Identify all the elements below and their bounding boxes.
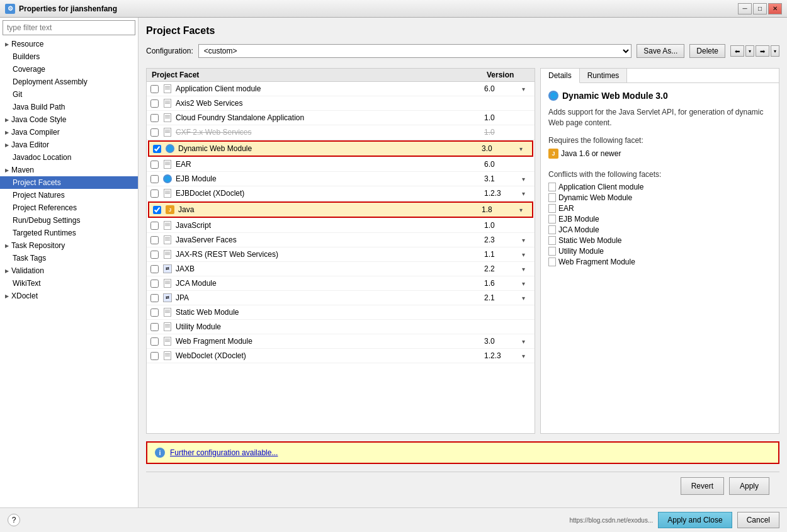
facet-row[interactable]: Static Web Module bbox=[147, 305, 535, 320]
facet-row[interactable]: 🌐EJB Module3.1▾ bbox=[147, 172, 535, 186]
facet-checkbox[interactable] bbox=[150, 85, 159, 93]
facet-checkbox[interactable] bbox=[150, 114, 159, 122]
further-config-link[interactable]: Further configuration available... bbox=[170, 448, 278, 457]
tab-details[interactable]: Details bbox=[541, 69, 580, 83]
sidebar-item-label: Java Compiler bbox=[11, 128, 60, 137]
sidebar-item[interactable]: Java Build Path bbox=[0, 101, 138, 113]
facet-version-dropdown[interactable]: ▾ bbox=[522, 280, 535, 287]
facet-checkbox[interactable] bbox=[150, 128, 159, 137]
facet-version-dropdown[interactable]: ▾ bbox=[522, 266, 535, 273]
facet-icon: ⇄ bbox=[162, 263, 173, 274]
facet-row[interactable]: JavaScript1.0 bbox=[147, 218, 535, 233]
apply-close-button[interactable]: Apply and Close bbox=[658, 512, 732, 528]
facet-checkbox[interactable] bbox=[150, 175, 159, 183]
facet-checkbox[interactable] bbox=[150, 251, 159, 259]
sidebar-item[interactable]: Builders bbox=[0, 50, 138, 63]
facet-row[interactable]: WebDoclet (XDoclet)1.2.3▾ bbox=[147, 349, 535, 363]
facet-checkbox[interactable] bbox=[150, 236, 159, 244]
sidebar-item[interactable]: Coverage bbox=[0, 63, 138, 76]
facet-version-dropdown[interactable]: ▾ bbox=[522, 251, 535, 258]
apply-button[interactable]: Apply bbox=[729, 477, 769, 495]
save-as-button[interactable]: Save As... bbox=[637, 44, 684, 58]
sidebar-item[interactable]: ▶XDoclet bbox=[0, 290, 138, 302]
close-button[interactable]: ✕ bbox=[768, 3, 782, 14]
facet-checkbox[interactable] bbox=[150, 190, 159, 198]
maximize-button[interactable]: □ bbox=[753, 3, 767, 14]
facet-row[interactable]: JCA Module1.6▾ bbox=[147, 276, 535, 291]
facet-row[interactable]: JJava1.8▾ bbox=[148, 201, 533, 218]
facet-checkbox[interactable] bbox=[150, 352, 159, 360]
delete-button[interactable]: Delete bbox=[689, 44, 725, 58]
expand-arrow-icon: ▶ bbox=[5, 243, 9, 249]
facet-row[interactable]: CXF 2.x Web Services1.0 bbox=[147, 125, 535, 140]
sidebar-item[interactable]: ▶Validation bbox=[0, 264, 138, 277]
sidebar-item[interactable]: ▶Resource bbox=[0, 38, 138, 50]
sidebar-item[interactable]: ▶Java Editor bbox=[0, 139, 138, 151]
facet-row[interactable]: EAR6.0 bbox=[147, 157, 535, 172]
facet-checkbox[interactable] bbox=[150, 337, 159, 346]
facet-checkbox[interactable] bbox=[150, 323, 159, 331]
sidebar-item[interactable]: Deployment Assembly bbox=[0, 76, 138, 88]
facet-version-dropdown[interactable]: ▾ bbox=[522, 176, 535, 183]
cancel-button[interactable]: Cancel bbox=[737, 512, 779, 528]
facet-row[interactable]: ⇄JAXB2.2▾ bbox=[147, 262, 535, 276]
sidebar-item[interactable]: ▶Java Compiler bbox=[0, 126, 138, 139]
facet-version-dropdown[interactable]: ▾ bbox=[522, 86, 535, 93]
facet-checkbox[interactable] bbox=[153, 145, 161, 153]
sidebar-item[interactable]: ▶Maven bbox=[0, 164, 138, 176]
facet-row[interactable]: Utility Module bbox=[147, 320, 535, 334]
facet-checkbox[interactable] bbox=[150, 99, 159, 108]
revert-button[interactable]: Revert bbox=[681, 477, 724, 495]
forward-button[interactable]: ➡ bbox=[756, 45, 769, 57]
sidebar-item[interactable]: Javadoc Location bbox=[0, 151, 138, 164]
facet-name: EAR bbox=[176, 160, 484, 169]
sidebar-item[interactable]: Project Natures bbox=[0, 189, 138, 201]
sidebar-item[interactable]: WikiText bbox=[0, 277, 138, 290]
facet-row[interactable]: Web Fragment Module3.0▾ bbox=[147, 334, 535, 349]
facet-version: 1.0 bbox=[484, 221, 522, 230]
facet-row[interactable]: 🌐Dynamic Web Module3.0▾ bbox=[148, 140, 533, 157]
sidebar-item[interactable]: Project Facets bbox=[0, 176, 138, 189]
sidebar-item-label: Javadoc Location bbox=[13, 153, 71, 162]
help-button[interactable]: ? bbox=[8, 514, 20, 526]
facet-checkbox[interactable] bbox=[150, 308, 159, 317]
facet-checkbox[interactable] bbox=[150, 294, 159, 302]
facet-icon bbox=[162, 98, 173, 109]
facet-row[interactable]: ⇄JPA2.1▾ bbox=[147, 291, 535, 305]
sidebar-item[interactable]: Run/Debug Settings bbox=[0, 214, 138, 227]
facet-checkbox[interactable] bbox=[150, 222, 159, 230]
facet-version-dropdown[interactable]: ▾ bbox=[522, 338, 535, 345]
facet-version-dropdown[interactable]: ▾ bbox=[522, 237, 535, 244]
sidebar-item-label: Project Natures bbox=[13, 191, 65, 200]
tab-runtimes[interactable]: Runtimes bbox=[580, 69, 628, 82]
facet-row[interactable]: Axis2 Web Services bbox=[147, 96, 535, 111]
facet-row[interactable]: Application Client module6.0▾ bbox=[147, 82, 535, 96]
facet-checkbox[interactable] bbox=[150, 280, 159, 288]
sidebar-item[interactable]: ▶Java Code Style bbox=[0, 113, 138, 126]
facet-version-dropdown[interactable]: ▾ bbox=[522, 353, 535, 359]
facet-version-dropdown[interactable]: ▾ bbox=[522, 190, 535, 197]
minimize-button[interactable]: ─ bbox=[738, 3, 752, 14]
facet-icon bbox=[162, 127, 173, 138]
forward-dropdown[interactable]: ▾ bbox=[771, 45, 779, 57]
facet-version-dropdown[interactable]: ▾ bbox=[522, 295, 535, 302]
facet-name: EJB Module bbox=[176, 174, 484, 183]
sidebar-item[interactable]: ▶Task Repository bbox=[0, 239, 138, 252]
sidebar-item[interactable]: Targeted Runtimes bbox=[0, 227, 138, 239]
facet-checkbox[interactable] bbox=[150, 161, 159, 169]
facet-row[interactable]: JavaServer Faces2.3▾ bbox=[147, 233, 535, 247]
facet-checkbox[interactable] bbox=[153, 206, 161, 214]
facet-row[interactable]: EJBDoclet (XDoclet)1.2.3▾ bbox=[147, 186, 535, 201]
facet-version-dropdown[interactable]: ▾ bbox=[519, 207, 532, 213]
sidebar-item[interactable]: Git bbox=[0, 88, 138, 101]
sidebar-item[interactable]: Project References bbox=[0, 201, 138, 214]
facet-row[interactable]: JAX-RS (REST Web Services)1.1▾ bbox=[147, 247, 535, 262]
config-select[interactable]: <custom> bbox=[198, 44, 632, 58]
facet-row[interactable]: Cloud Foundry Standalone Application1.0 bbox=[147, 111, 535, 125]
sidebar-item[interactable]: Task Tags bbox=[0, 252, 138, 264]
facet-checkbox[interactable] bbox=[150, 265, 159, 273]
back-button[interactable]: ⬅ bbox=[730, 45, 744, 57]
filter-input[interactable] bbox=[3, 20, 135, 35]
facet-version-dropdown[interactable]: ▾ bbox=[519, 145, 532, 152]
back-dropdown[interactable]: ▾ bbox=[745, 45, 754, 57]
